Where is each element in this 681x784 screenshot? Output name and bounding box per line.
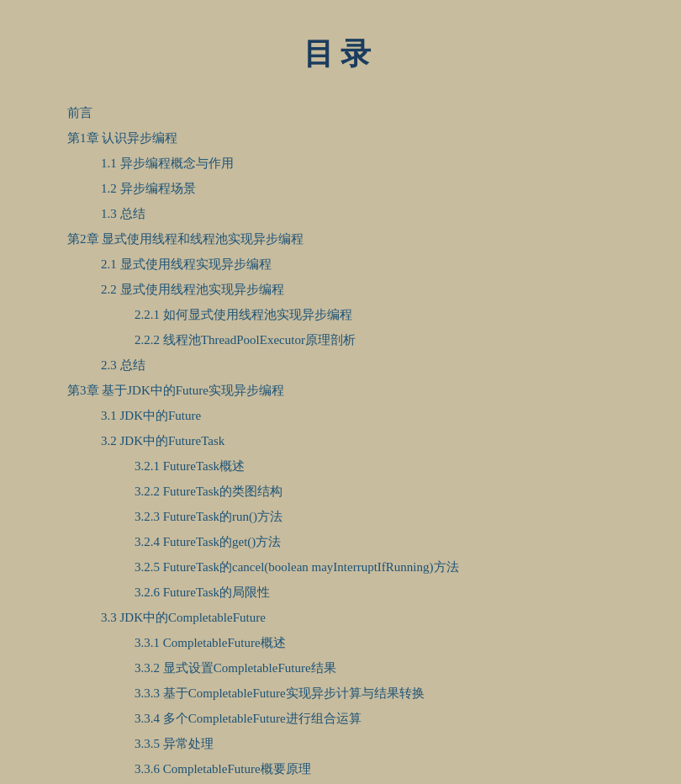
toc-item: 3.3.4 多个CompletableFuture进行组合运算 xyxy=(67,706,614,731)
toc-item: 3.2 JDK中的FutureTask xyxy=(67,428,614,453)
toc-item: 3.2.4 FutureTask的get()方法 xyxy=(67,529,614,554)
toc-item: 3.2.2 FutureTask的类图结构 xyxy=(67,479,614,504)
toc-container: 前言第1章 认识异步编程1.1 异步编程概念与作用1.2 异步编程场景1.3 总… xyxy=(67,100,614,784)
toc-item: 2.2.1 如何显式使用线程池实现异步编程 xyxy=(67,302,614,327)
toc-item: 2.2 显式使用线程池实现异步编程 xyxy=(67,277,614,302)
toc-item: 1.2 异步编程场景 xyxy=(67,176,614,201)
toc-item: 3.2.3 FutureTask的run()方法 xyxy=(67,504,614,529)
toc-item: 3.2.6 FutureTask的局限性 xyxy=(67,580,614,605)
toc-item: 1.3 总结 xyxy=(67,201,614,226)
page-title: 目录 xyxy=(67,34,614,75)
toc-item: 3.1 JDK中的Future xyxy=(67,403,614,428)
toc-item: 前言 xyxy=(67,100,614,125)
toc-item: 3.3.1 CompletableFuture概述 xyxy=(67,630,614,655)
toc-item: 3.3.3 基于CompletableFuture实现异步计算与结果转换 xyxy=(67,681,614,706)
toc-item: 3.3.5 异常处理 xyxy=(67,731,614,756)
toc-item: 第1章 认识异步编程 xyxy=(67,125,614,151)
toc-item: 3.3.6 CompletableFuture概要原理 xyxy=(67,756,614,781)
toc-item: 2.2.2 线程池ThreadPoolExecutor原理剖析 xyxy=(67,327,614,352)
toc-item: 3.2.1 FutureTask概述 xyxy=(67,453,614,479)
toc-item: 2.1 显式使用线程实现异步编程 xyxy=(67,252,614,277)
toc-item: 3.2.5 FutureTask的cancel(boolean mayInter… xyxy=(67,554,614,580)
toc-item: 第3章 基于JDK中的Future实现异步编程 xyxy=(67,378,614,403)
toc-item: 1.1 异步编程概念与作用 xyxy=(67,151,614,176)
toc-item: 3.3.2 显式设置CompletableFuture结果 xyxy=(67,655,614,681)
toc-item: 2.3 总结 xyxy=(67,352,614,378)
toc-item: 3.3 JDK中的CompletableFuture xyxy=(67,605,614,630)
toc-item: 第2章 显式使用线程和线程池实现异步编程 xyxy=(67,226,614,252)
